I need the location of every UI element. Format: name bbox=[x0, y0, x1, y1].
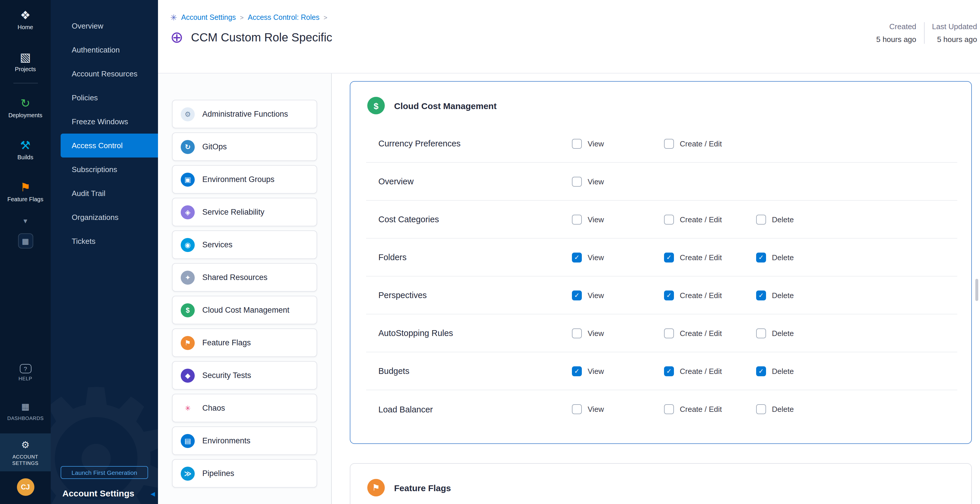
created-value: 5 hours ago bbox=[876, 35, 916, 44]
checkbox-label: View bbox=[588, 177, 604, 186]
sidebar-item-account-resources[interactable]: Account Resources bbox=[51, 62, 158, 86]
feature-flags-icon: ⚑ bbox=[181, 336, 195, 350]
create-edit-checkbox[interactable]: ✓ bbox=[664, 366, 674, 376]
rail-item-deployments[interactable]: ↻ Deployments bbox=[0, 92, 51, 123]
view-checkbox[interactable] bbox=[572, 328, 582, 338]
checkbox-label: View bbox=[588, 367, 604, 375]
sidebar-item-access-control[interactable]: Access Control bbox=[60, 134, 158, 158]
create-edit-checkbox[interactable]: ✓ bbox=[664, 252, 674, 262]
rail-item-account-settings[interactable]: ⚙ ACCOUNT SETTINGS bbox=[0, 434, 51, 471]
launch-first-generation-button[interactable]: Launch First Generation bbox=[60, 466, 148, 479]
rail-item-help[interactable]: ? HELP bbox=[0, 359, 51, 387]
sidebar-item-authentication[interactable]: Authentication bbox=[51, 38, 158, 62]
chevron-down-icon[interactable]: ▾ bbox=[23, 213, 27, 229]
view-checkbox[interactable]: ✓ bbox=[572, 290, 582, 300]
module-item-administrative-functions[interactable]: ⚙Administrative Functions bbox=[172, 100, 317, 128]
create-edit-checkbox[interactable] bbox=[664, 214, 674, 224]
view-checkbox[interactable]: ✓ bbox=[572, 366, 582, 376]
scrollbar-thumb[interactable] bbox=[975, 279, 978, 301]
sidebar-item-audit-trail[interactable]: Audit Trail bbox=[51, 182, 158, 205]
sidebar-item-overview[interactable]: Overview bbox=[51, 14, 158, 38]
sidebar-item-organizations[interactable]: Organizations bbox=[51, 205, 158, 229]
delete-checkbox[interactable] bbox=[756, 404, 766, 414]
checkbox-label: Create / Edit bbox=[680, 291, 722, 300]
gear-icon: ⚙ bbox=[21, 439, 30, 451]
create-edit-checkbox[interactable] bbox=[664, 328, 674, 338]
sidebar-item-policies[interactable]: Policies bbox=[51, 86, 158, 110]
module-item-label: Service Reliability bbox=[202, 208, 264, 217]
deployments-icon: ↻ bbox=[21, 97, 30, 110]
checkbox-label: Delete bbox=[772, 367, 794, 375]
title-row: ⊕ CCM Custom Role Specific bbox=[170, 29, 980, 46]
module-item-label: Pipelines bbox=[202, 469, 234, 478]
rail-item-dashboards[interactable]: ▦ DASHBOARDS bbox=[0, 395, 51, 426]
ccm-card-title: Cloud Cost Management bbox=[394, 100, 497, 110]
sidebar-item-freeze-windows[interactable]: Freeze Windows bbox=[51, 110, 158, 134]
collapse-sidebar-icon[interactable]: ◀ bbox=[151, 491, 155, 497]
resource-name: Overview bbox=[366, 177, 572, 186]
rail-item-label: HELP bbox=[19, 376, 32, 382]
view-checkbox[interactable] bbox=[572, 404, 582, 414]
page-header: ✳ Account Settings > Access Control: Rol… bbox=[158, 0, 980, 73]
resource-name: AutoStopping Rules bbox=[366, 329, 572, 338]
rail-item-label: Feature Flags bbox=[7, 196, 43, 203]
cloud-cost-management-icon: $ bbox=[181, 303, 195, 317]
environment-groups-icon: ▣ bbox=[181, 172, 195, 187]
module-item-chaos[interactable]: ✳Chaos bbox=[172, 394, 317, 422]
module-item-security-tests[interactable]: ◆Security Tests bbox=[172, 361, 317, 390]
sidebar-item-list: OverviewAuthenticationAccount ResourcesP… bbox=[51, 14, 158, 253]
checkbox-label: View bbox=[588, 405, 604, 413]
module-item-shared-resources[interactable]: ✦Shared Resources bbox=[172, 263, 317, 292]
sidebar-bottom: Launch First Generation Account Settings… bbox=[51, 466, 158, 504]
permission-row: Folders✓View✓Create / Edit✓Delete bbox=[366, 239, 957, 276]
breadcrumb-access-control-roles[interactable]: Access Control: Roles bbox=[248, 13, 320, 22]
create-edit-checkbox[interactable] bbox=[664, 404, 674, 414]
sidebar-item-subscriptions[interactable]: Subscriptions bbox=[51, 158, 158, 182]
rail-item-builds[interactable]: ⚒ Builds bbox=[0, 134, 51, 165]
module-item-feature-flags[interactable]: ⚑Feature Flags bbox=[172, 329, 317, 357]
rail-item-feature-flags[interactable]: ⚑ Feature Flags bbox=[0, 175, 51, 207]
delete-checkbox[interactable]: ✓ bbox=[756, 252, 766, 262]
module-item-services[interactable]: ◉Services bbox=[172, 230, 317, 259]
module-selector-icon[interactable]: ▦ bbox=[18, 233, 33, 249]
rail-divider bbox=[13, 83, 38, 83]
delete-checkbox[interactable] bbox=[756, 328, 766, 338]
module-item-gitops[interactable]: ↻GitOps bbox=[172, 132, 317, 161]
permission-cell: ✓Create / Edit bbox=[664, 252, 756, 262]
harness-logo-icon: ❖ bbox=[20, 9, 30, 22]
settings-sidebar: OverviewAuthenticationAccount ResourcesP… bbox=[51, 0, 158, 504]
create-edit-checkbox[interactable]: ✓ bbox=[664, 290, 674, 300]
checkbox-label: Create / Edit bbox=[680, 215, 722, 224]
permission-cell: View bbox=[572, 404, 664, 414]
module-item-environment-groups[interactable]: ▣Environment Groups bbox=[172, 165, 317, 194]
view-checkbox[interactable] bbox=[572, 139, 582, 148]
view-checkbox[interactable] bbox=[572, 177, 582, 187]
module-item-cloud-cost-management[interactable]: $Cloud Cost Management bbox=[172, 296, 317, 324]
permission-cell: View bbox=[572, 139, 664, 148]
rail-item-home[interactable]: ❖ Home bbox=[0, 3, 51, 35]
checkbox-label: Create / Edit bbox=[680, 367, 722, 375]
sidebar-title: Account Settings bbox=[51, 488, 158, 498]
view-checkbox[interactable]: ✓ bbox=[572, 252, 582, 262]
rail-item-projects[interactable]: ▧ Projects bbox=[0, 46, 51, 77]
resource-name: Load Balancer bbox=[366, 405, 572, 414]
permissions-area: $ Cloud Cost Management Currency Prefere… bbox=[332, 73, 980, 504]
breadcrumb-account-settings[interactable]: Account Settings bbox=[181, 13, 236, 22]
module-item-service-reliability[interactable]: ◈Service Reliability bbox=[172, 198, 317, 226]
delete-checkbox[interactable] bbox=[756, 214, 766, 224]
module-item-pipelines[interactable]: ≫Pipelines bbox=[172, 459, 317, 488]
module-item-label: Services bbox=[202, 240, 232, 249]
permission-cell: View bbox=[572, 328, 664, 338]
create-edit-checkbox[interactable] bbox=[664, 139, 674, 148]
delete-checkbox[interactable]: ✓ bbox=[756, 290, 766, 300]
delete-checkbox[interactable]: ✓ bbox=[756, 366, 766, 376]
module-item-environments[interactable]: ▤Environments bbox=[172, 426, 317, 455]
permission-row: Currency PreferencesViewCreate / Edit bbox=[366, 125, 957, 163]
permission-cell: Create / Edit bbox=[664, 404, 756, 414]
user-avatar[interactable]: CJ bbox=[17, 478, 34, 496]
permission-cell: Delete bbox=[756, 214, 957, 224]
checkbox-label: Create / Edit bbox=[680, 139, 722, 148]
sidebar-item-tickets[interactable]: Tickets bbox=[51, 229, 158, 253]
view-checkbox[interactable] bbox=[572, 214, 582, 224]
module-item-label: Environment Groups bbox=[202, 175, 275, 184]
